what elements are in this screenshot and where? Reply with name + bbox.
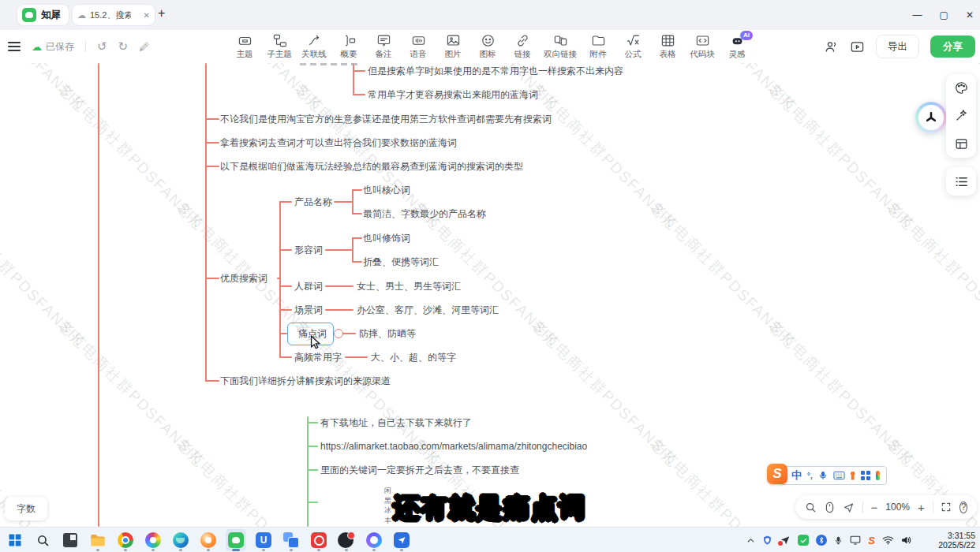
ime-keyboard-icon[interactable] <box>833 471 845 480</box>
taskbar-snip-app-icon[interactable] <box>60 529 80 551</box>
taskbar-browser-orange-icon[interactable] <box>198 529 219 551</box>
document-tab[interactable]: ☁ 15.2、搜索... ✕ <box>73 5 155 25</box>
tool-link[interactable]: 链接 <box>505 33 540 60</box>
mindmap-node-r20[interactable]: 大、小、超、的等字 <box>371 351 456 364</box>
ime-punctuation-icon[interactable]: °, <box>807 472 813 480</box>
collaborate-button[interactable] <box>824 39 839 54</box>
tray-display-icon[interactable] <box>850 535 861 545</box>
tool-table[interactable]: 表格 <box>650 33 685 60</box>
mindmap-node-r6[interactable]: 优质搜索词 <box>220 272 267 285</box>
sogou-ime-logo[interactable]: S <box>767 464 787 484</box>
mindmap-node-r19[interactable]: 高频常用字 <box>294 351 342 364</box>
taskbar-zhixi-icon[interactable] <box>226 529 246 551</box>
zoom-out-button[interactable]: − <box>871 502 878 513</box>
layout-panel-button[interactable] <box>954 136 969 151</box>
tool-relation[interactable]: 关联线 <box>297 33 331 60</box>
start-button[interactable] <box>5 529 25 551</box>
taskbar-app-dark-icon[interactable] <box>336 529 357 551</box>
format-painter-button[interactable]: 🖉 <box>139 41 149 53</box>
ime-chinese-mode[interactable]: 中 <box>791 468 802 483</box>
taskbar-app-squares-icon[interactable] <box>281 529 301 551</box>
share-button[interactable]: 分享 <box>930 35 975 58</box>
taskbar-chrome-icon[interactable] <box>115 529 136 551</box>
menu-button[interactable] <box>8 42 21 51</box>
taskbar-search-icon[interactable] <box>32 529 53 551</box>
mindmap-node-r13[interactable]: 人群词 <box>294 280 323 293</box>
mindmap-node-r8[interactable]: 也叫核心词 <box>363 184 410 196</box>
ime-mic-icon[interactable] <box>818 470 828 481</box>
mindmap-node-r2[interactable]: 常用单字才更容易搜索出来能用的蓝海词 <box>368 88 538 101</box>
zoom-in-button[interactable]: + <box>918 502 925 513</box>
taskbar-clock[interactable]: 3:31:55 2025/5/22 <box>938 528 975 552</box>
export-button[interactable]: 导出 <box>876 35 919 58</box>
outline-view-button[interactable] <box>954 174 969 189</box>
mindmap-node-r1[interactable]: 但是搜索单字时如果使用的是不常用字也一样搜索不出来内容 <box>368 65 623 77</box>
ime-tools-icon[interactable] <box>876 471 880 480</box>
new-tab-button[interactable]: + <box>158 6 165 21</box>
mindmap-node-r16[interactable]: 办公室、客厅、沙滩、河里等词汇 <box>357 304 499 316</box>
taskbar-edge-icon[interactable] <box>170 529 191 551</box>
taskbar-app-plane-icon[interactable] <box>391 529 412 551</box>
tray-wifi-icon[interactable] <box>882 535 894 545</box>
tray-sogou-icon[interactable]: S <box>868 535 875 546</box>
tool-summary[interactable]: 概要 <box>331 33 366 60</box>
tray-telegram-icon[interactable] <box>780 535 791 546</box>
tool-ai[interactable]: 灵感AI <box>720 33 754 60</box>
ime-apps-icon[interactable] <box>861 471 870 480</box>
tray-capture-icon[interactable] <box>798 535 809 546</box>
tool-attach[interactable]: 附件 <box>581 33 615 60</box>
mindmap-node-g3[interactable]: 里面的关键词一定要拆开之后去查，不要直接查 <box>320 464 519 476</box>
presentation-button[interactable] <box>850 39 865 54</box>
window-close-button[interactable]: ✕ <box>966 9 974 21</box>
mouse-mode-button[interactable] <box>825 502 835 513</box>
mindmap-node-r18[interactable]: 防摔、防晒等 <box>359 327 416 340</box>
fullscreen-button[interactable] <box>941 502 952 513</box>
tray-microphone-icon[interactable] <box>834 535 843 546</box>
window-maximize-button[interactable]: ▢ <box>940 9 948 21</box>
taskbar-browser360-icon[interactable] <box>143 529 163 551</box>
zoom-level[interactable]: 100% <box>885 502 910 513</box>
tray-volume-icon[interactable] <box>901 535 912 545</box>
theme-style-button[interactable] <box>954 80 969 95</box>
magic-beautify-button[interactable] <box>954 108 969 123</box>
app-logo[interactable]: 知犀 <box>17 5 69 25</box>
word-count-badge[interactable]: 字数 <box>5 497 47 520</box>
mindmap-node-g1[interactable]: 有下载地址，自己去下载下来就行了 <box>320 416 472 429</box>
mindmap-node-r5[interactable]: 以下是根据咱们做蓝海玩法经验总结的最容易查到蓝海词的搜索词的类型 <box>220 160 523 173</box>
taskbar-app-u-icon[interactable]: U <box>253 529 274 551</box>
tool-bilink[interactable]: 双向链接 <box>540 33 581 60</box>
mindmap-node-r9[interactable]: 最简洁、字数最少的产品名称 <box>363 207 486 220</box>
help-button[interactable]: ? <box>959 502 967 513</box>
tray-security-shield-icon[interactable] <box>762 535 772 546</box>
taskbar-app-purple-icon[interactable] <box>364 529 384 551</box>
mindmap-node-r15[interactable]: 场景词 <box>294 304 323 316</box>
mindmap-node-r4[interactable]: 拿着搜索词去查词才可以查出符合我们要求数据的蓝海词 <box>220 136 457 149</box>
tray-bluetooth-icon[interactable] <box>816 535 827 546</box>
tray-hidden-icons-chevron[interactable] <box>746 536 755 545</box>
mindmap-node-r21[interactable]: 下面我们详细拆分讲解搜索词的来源渠道 <box>220 375 391 387</box>
ai-assistant-button[interactable] <box>915 102 947 133</box>
mindmap-node-r11[interactable]: 也叫修饰词 <box>363 232 410 244</box>
tool-formula[interactable]: 公式 <box>615 33 650 60</box>
mindmap-node-r14[interactable]: 女士、男士、男生等词汇 <box>357 280 461 293</box>
mindmap-node-r12[interactable]: 折叠、便携等词汇 <box>363 255 439 268</box>
locate-center-button[interactable] <box>843 502 855 513</box>
tool-voice[interactable]: 语音 <box>401 33 436 60</box>
taskbar-app-red-icon[interactable] <box>309 529 329 551</box>
tool-image[interactable]: 图片 <box>436 33 470 60</box>
tab-close-icon[interactable]: ✕ <box>144 11 150 20</box>
redo-button[interactable]: ↻ <box>118 39 129 54</box>
mindmap-canvas[interactable]: 老范电商社群PDSFANSIK老范电商社群PDSFANSIK老范电商社群PDSF… <box>0 63 980 527</box>
collapse-handle-icon[interactable] <box>334 329 343 338</box>
ime-skin-icon[interactable] <box>851 472 855 480</box>
undo-button[interactable]: ↺ <box>97 39 107 54</box>
mindmap-node-r10[interactable]: 形容词 <box>294 244 323 256</box>
tool-code[interactable]: 代码块 <box>685 33 720 60</box>
mindmap-node-g2[interactable]: https://alimarket.taobao.com/markets/ali… <box>320 440 587 453</box>
window-minimize-button[interactable]: — <box>913 9 922 21</box>
tool-icon[interactable]: 图标 <box>470 33 505 60</box>
mindmap-node-r3[interactable]: 不论我们是使用淘宝官方的生意参谋还是使用第三方软件查词都需要先有搜索词 <box>220 113 552 125</box>
mindmap-node-r7[interactable]: 产品名称 <box>294 196 332 208</box>
tool-subtopic[interactable]: 子主题 <box>262 33 297 60</box>
tool-note[interactable]: 备注 <box>366 33 401 60</box>
